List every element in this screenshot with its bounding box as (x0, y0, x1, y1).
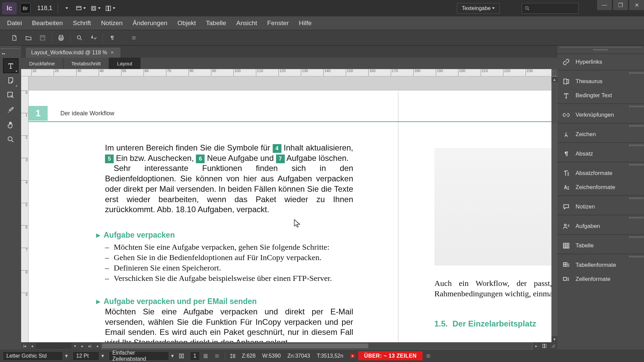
svg-rect-3 (106, 6, 108, 11)
next-page-button[interactable]: ▸ (79, 342, 86, 350)
scroll-up-icon[interactable]: ▲ (551, 76, 557, 82)
dock-grip[interactable] (629, 125, 644, 127)
menu-ansicht[interactable]: Ansicht (231, 16, 262, 30)
window-close[interactable]: ✕ (629, 0, 644, 10)
page-field[interactable] (36, 343, 71, 349)
columns-value[interactable]: 1 (190, 351, 200, 361)
dock-grip[interactable] (629, 144, 644, 146)
spellcheck-icon[interactable] (87, 32, 101, 44)
scrollbar-vertical[interactable]: ▲ ▼ (551, 76, 557, 342)
dock-grip[interactable] (629, 236, 644, 238)
panel-cell-styles[interactable]: Zellenformate (557, 272, 644, 286)
close-tab-icon[interactable]: × (111, 50, 114, 56)
open-icon[interactable] (21, 32, 36, 44)
status-menu-icon[interactable] (423, 351, 434, 361)
hand-tool[interactable] (3, 117, 18, 132)
toolbar-menu-icon[interactable] (127, 32, 141, 44)
ruler-scroll-up[interactable]: ▲ (551, 69, 557, 76)
size-field[interactable]: 12 Pt (72, 351, 99, 361)
scroll-thumb[interactable] (102, 344, 368, 348)
view-tab-layout[interactable]: Layout (109, 58, 141, 69)
dock-grip[interactable] (629, 164, 644, 166)
overset-icon[interactable] (347, 351, 358, 361)
zoom-field[interactable]: 118,1 (35, 3, 58, 14)
dock-grip[interactable] (629, 256, 644, 257)
scroll-right-icon[interactable]: ▸ (533, 342, 540, 350)
panel-assignments[interactable]: Aufgaben (557, 219, 644, 233)
menu-aenderungen[interactable]: Änderungen (128, 16, 173, 30)
resize-grip-icon[interactable] (549, 342, 557, 350)
last-page-button[interactable]: ▸| (86, 342, 94, 350)
type-tool[interactable] (3, 58, 18, 73)
menu-hilfe[interactable]: Hilfe (294, 16, 317, 30)
leading-field[interactable]: Einfacher Zeilenabstand (109, 351, 169, 361)
text-frame-left[interactable]: Im unteren Bereich finden Sie die Symbol… (105, 143, 353, 342)
panel-paragraph[interactable]: Absatz (557, 147, 644, 161)
panel-hyperlinks[interactable]: Hyperlinks (557, 55, 644, 69)
leading-dropdown[interactable]: ▾ (169, 353, 176, 359)
menu-tabelle[interactable]: Tabelle (201, 16, 231, 30)
view-options-2[interactable] (89, 3, 102, 14)
panel-table[interactable]: Tabelle (557, 239, 644, 253)
zoom-dropdown[interactable] (59, 3, 73, 14)
prev-page-button[interactable]: ◂ (29, 342, 36, 350)
panel-conditional-text[interactable]: Bedingter Text (557, 88, 644, 103)
canvas[interactable]: 1 Der ideale Workflow Im unteren Bereich… (29, 76, 557, 342)
screen-mode[interactable] (104, 3, 117, 14)
view-options-1[interactable] (74, 3, 88, 14)
pilcrow-icon[interactable] (105, 32, 119, 44)
new-doc-icon[interactable] (7, 32, 21, 44)
scrollbar-horizontal[interactable] (102, 343, 531, 349)
view-tab-story[interactable]: Textabschnitt (63, 58, 109, 69)
menu-datei[interactable]: Datei (2, 16, 27, 30)
page-dropdown[interactable]: ▾ (71, 342, 79, 350)
toolstrip-collapse[interactable]: ▸▸ (2, 52, 5, 55)
panel-character-styles[interactable]: Zeichenformate (557, 180, 644, 194)
menu-fenster[interactable]: Fenster (262, 16, 294, 30)
note-tool[interactable] (3, 73, 18, 88)
dock-grip[interactable] (629, 197, 644, 199)
position-tool[interactable] (3, 88, 18, 103)
panel-thesaurus[interactable]: Thesaurus (557, 74, 644, 88)
copyfit-icon[interactable] (227, 351, 238, 361)
panel-table-styles[interactable]: Tabellenformate (557, 258, 644, 272)
columns-icon[interactable] (176, 351, 187, 361)
align-justify-icon[interactable] (200, 351, 211, 361)
menu-notizen[interactable]: Notizen (96, 16, 127, 30)
ruler-vertical[interactable]: 0123456789 (21, 76, 29, 342)
dock-grip[interactable] (629, 106, 644, 107)
save-icon[interactable] (36, 32, 50, 44)
window-minimize[interactable]: — (597, 0, 612, 10)
split-view-icon[interactable] (540, 342, 549, 350)
search-field[interactable] (522, 3, 579, 14)
print-icon[interactable] (54, 32, 68, 44)
zoom-tool[interactable] (3, 132, 18, 147)
font-dropdown[interactable]: ▾ (63, 353, 70, 359)
dock-grip[interactable] (629, 217, 644, 219)
menu-schrift[interactable]: Schrift (68, 16, 96, 30)
document-tab[interactable]: Layout_Workflow.indd @ 118 % × (26, 48, 120, 58)
dock-grip[interactable] (593, 49, 608, 51)
scroll-thumb[interactable] (552, 83, 557, 123)
font-field[interactable]: Letter Gothic Std (3, 351, 63, 361)
find-icon[interactable] (72, 32, 87, 44)
hamburger-icon[interactable] (211, 351, 223, 361)
bridge-button[interactable]: Br (20, 3, 31, 13)
workspace-switcher[interactable]: Texteingabe (457, 3, 500, 14)
view-tab-galley[interactable]: Druckfahne (21, 58, 63, 69)
scroll-left-icon[interactable]: ◂ (94, 342, 101, 350)
text-frame-right[interactable]: Auch ein Workflow, der passt, kann einfa… (434, 278, 557, 299)
panel-links[interactable]: Verknüpfungen (557, 108, 644, 122)
menu-bearbeiten[interactable]: Bearbeiten (27, 16, 68, 30)
ruler-horizontal[interactable]: ▲ 10203040506070809010011012013014015016… (21, 69, 557, 76)
size-dropdown[interactable]: ▾ (99, 353, 106, 359)
dock-grip[interactable] (629, 72, 644, 74)
panel-character[interactable]: Zeichen (557, 127, 644, 141)
panel-paragraph-styles[interactable]: Absatzformate (557, 166, 644, 180)
window-maximize[interactable]: ❐ (613, 0, 628, 10)
first-page-button[interactable]: |◂ (21, 342, 29, 350)
scroll-down-icon[interactable]: ▼ (551, 336, 557, 342)
menu-objekt[interactable]: Objekt (172, 16, 201, 30)
eyedropper-tool[interactable] (3, 103, 18, 117)
panel-notes[interactable]: Notizen (557, 200, 644, 214)
